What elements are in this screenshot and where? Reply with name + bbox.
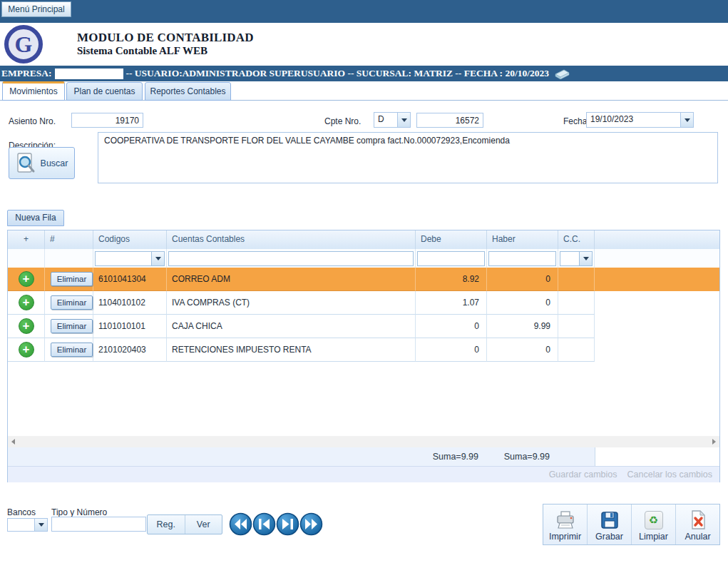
grid-filter-row (8, 249, 719, 268)
nav-previous-button[interactable] (252, 512, 276, 537)
guardar-cambios-link[interactable]: Guardar cambios (549, 470, 617, 480)
reg-ver-toolbar: Reg. Ver (147, 514, 222, 534)
tab-strip: Movimientos Plan de cuentas Reportes Con… (0, 81, 728, 101)
cell-debe[interactable]: 0 (416, 338, 487, 362)
fecha-dropdown-arrow-icon[interactable] (680, 113, 693, 127)
grabar-button[interactable]: Grabar (588, 504, 632, 544)
imprimir-button[interactable]: Imprimir (543, 504, 588, 544)
cell-cuenta[interactable]: CORREO ADM (167, 268, 416, 291)
cell-codigo[interactable]: 2101020403 (93, 338, 167, 362)
col-header-debe[interactable]: Debe (416, 230, 487, 249)
tab-movimientos[interactable]: Movimientos (2, 81, 65, 101)
grid-footer: Guardar cambios Cancelar los cambios (8, 466, 719, 482)
add-row-icon[interactable]: + (19, 295, 34, 310)
grid-header-row: + # Codigos Cuentas Contables Debe Haber… (8, 230, 719, 249)
eliminar-button[interactable]: Eliminar (51, 343, 93, 357)
eliminar-button[interactable]: Eliminar (51, 272, 93, 286)
ver-button[interactable]: Ver (185, 515, 222, 534)
tipo-numero-input[interactable] (51, 517, 146, 532)
grabar-label: Grabar (595, 532, 623, 542)
scroll-right-arrow-icon[interactable] (712, 439, 716, 445)
tab-reportes-contables[interactable]: Reportes Contables (145, 82, 231, 101)
reg-button[interactable]: Reg. (148, 515, 185, 534)
nueva-fila-button[interactable]: Nueva Fila (7, 210, 64, 226)
col-header-filler (595, 230, 719, 249)
cell-cc[interactable] (558, 338, 595, 362)
app-window: Menú Principal G MODULO DE CONTABILIDAD … (0, 0, 728, 573)
cell-codigo[interactable]: 1104010102 (93, 291, 167, 315)
add-row-icon[interactable]: + (19, 318, 34, 334)
empresa-value-redacted (55, 69, 123, 79)
anular-button[interactable]: Anular (676, 504, 719, 544)
cuentas-filter-input[interactable] (168, 251, 414, 266)
cell-debe[interactable]: 1.07 (416, 291, 487, 315)
cpte-number-input[interactable] (416, 113, 483, 128)
entries-grid: + # Codigos Cuentas Contables Debe Haber… (7, 230, 720, 482)
eraser-icon[interactable] (551, 68, 570, 79)
table-row[interactable]: + Eliminar 1104010102 IVA COMPRAS (CT) 1… (8, 291, 719, 315)
menu-principal-button[interactable]: Menú Principal (1, 1, 71, 17)
col-header-number[interactable]: # (45, 230, 93, 249)
asiento-input[interactable] (71, 113, 143, 128)
table-row[interactable]: + Eliminar 2101020403 RETENCIONES IMPUES… (8, 338, 719, 362)
col-header-haber[interactable]: Haber (487, 230, 558, 249)
horizontal-scrollbar[interactable] (8, 436, 719, 447)
nav-first-button[interactable] (229, 512, 252, 537)
cell-cc[interactable] (558, 268, 595, 291)
filter-cc-cell (558, 249, 595, 268)
nav-next-button[interactable] (276, 512, 299, 537)
scroll-left-arrow-icon[interactable] (11, 439, 15, 445)
cell-codigo[interactable]: 1101010101 (93, 315, 167, 338)
haber-filter-input[interactable] (488, 251, 556, 266)
company-logo-icon: G (4, 25, 43, 64)
codigos-filter-select[interactable] (95, 251, 165, 266)
cell-haber[interactable]: 9.99 (487, 315, 558, 338)
sum-debe: Suma=9.99 (416, 447, 478, 466)
col-header-codigos[interactable]: Codigos (93, 230, 167, 249)
descripcion-textarea[interactable]: COOPERATIVA DE TRANSPORTE FLOR DEL VALLE… (98, 132, 718, 183)
col-header-plus[interactable]: + (8, 230, 45, 249)
session-info-bar: EMPRESA: -- USUARIO:ADMINISTRADOR SUPERU… (0, 66, 728, 81)
cell-cuenta[interactable]: IVA COMPRAS (CT) (167, 291, 416, 315)
add-row-icon[interactable]: + (19, 271, 34, 287)
tab-plan-de-cuentas[interactable]: Plan de cuentas (66, 82, 143, 101)
grid-sum-row: Suma=9.99 Suma=9.99 (8, 447, 719, 466)
cell-debe[interactable]: 0 (416, 315, 487, 338)
cell-debe[interactable]: 8.92 (416, 268, 487, 291)
sum-row-blank-cell (595, 447, 719, 466)
filter-number-cell (45, 249, 93, 268)
fecha-value: 19/10/2023 (587, 113, 680, 127)
eliminar-button[interactable]: Eliminar (51, 295, 93, 310)
cell-codigo[interactable]: 6101041304 (93, 268, 167, 291)
cell-cuenta[interactable]: CAJA CHICA (167, 315, 416, 338)
add-row-icon[interactable]: + (19, 342, 34, 358)
eliminar-button[interactable]: Eliminar (51, 319, 93, 333)
codigos-filter-arrow-icon[interactable] (151, 252, 164, 265)
filter-cuentas-cell (167, 249, 416, 268)
cell-haber[interactable]: 0 (487, 268, 558, 291)
bancos-select[interactable] (7, 518, 48, 532)
table-row[interactable]: + Eliminar 1101010101 CAJA CHICA 0 9.99 (8, 315, 719, 338)
limpiar-button[interactable]: ♻ Limpiar (632, 504, 676, 544)
cpte-type-dropdown-arrow-icon[interactable] (397, 113, 410, 127)
col-header-cc[interactable]: C.C. (558, 230, 595, 249)
cell-haber[interactable]: 0 (487, 291, 558, 315)
cpte-type-select[interactable]: D (374, 112, 411, 128)
limpiar-label: Limpiar (639, 532, 668, 542)
table-row[interactable]: + Eliminar 6101041304 CORREO ADM 8.92 0 (8, 268, 719, 291)
printer-icon (555, 511, 575, 529)
bancos-dropdown-arrow-icon[interactable] (34, 519, 47, 531)
cancelar-cambios-link[interactable]: Cancelar los cambios (627, 470, 713, 480)
cc-filter-select[interactable] (560, 251, 593, 266)
cc-filter-arrow-icon[interactable] (579, 252, 592, 265)
cell-cc[interactable] (558, 315, 595, 338)
debe-filter-input[interactable] (417, 251, 485, 266)
cell-cc[interactable] (558, 291, 595, 315)
nav-last-button[interactable] (299, 512, 323, 537)
buscar-button[interactable]: Buscar (9, 147, 75, 179)
fecha-select[interactable]: 19/10/2023 (586, 112, 694, 128)
col-header-cuentas[interactable]: Cuentas Contables (167, 230, 416, 249)
cpte-type-value: D (374, 113, 397, 127)
cell-cuenta[interactable]: RETENCIONES IMPUESTO RENTA (167, 338, 416, 362)
cell-haber[interactable]: 0 (487, 338, 558, 362)
